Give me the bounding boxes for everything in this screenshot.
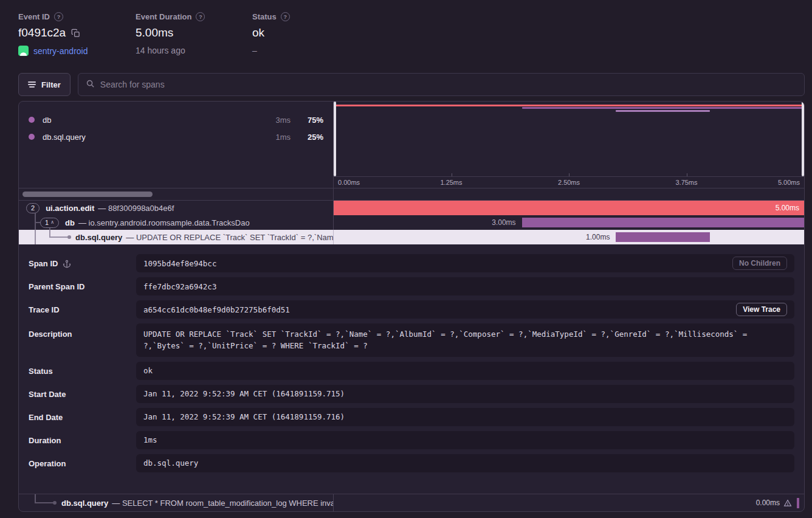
axis-tick-label: 1.25ms <box>440 179 462 186</box>
parent-span-id-value-box: ffe7dbc92a6942c3 <box>136 277 794 295</box>
status-secondary: – <box>252 46 257 55</box>
event-duration-value: 5.00ms <box>136 26 173 40</box>
toolbar: Filter <box>18 73 805 96</box>
minimap-drag-handle-right[interactable] <box>802 102 804 176</box>
status-label: Status <box>252 12 277 21</box>
operation-field-label: Operation <box>29 459 66 468</box>
trace-id-label: Trace ID <box>29 305 60 314</box>
view-trace-button[interactable]: View Trace <box>736 303 787 316</box>
axis-tick-label: 3.75ms <box>675 179 697 186</box>
axis-tick-label: 0.00ms <box>338 179 360 186</box>
filter-button[interactable]: Filter <box>18 73 71 96</box>
axis-tick-label: 5.00ms <box>778 179 800 186</box>
event-id-value: f0491c2a <box>18 26 66 40</box>
span-id-label: Span ID <box>29 259 58 268</box>
span-duration-label: 3.00ms <box>492 218 515 227</box>
trace-minimap[interactable] <box>334 102 804 176</box>
span-row-db-sql-query-selected[interactable]: db.sql.query — UPDATE OR REPLACE `Track`… <box>19 230 804 244</box>
duration-value-box: 1ms <box>136 431 794 449</box>
end-date-label: End Date <box>29 413 63 422</box>
filter-icon <box>28 81 36 88</box>
span-operation: db.sql.query <box>75 233 122 242</box>
leaf-dot <box>53 501 57 505</box>
help-icon[interactable]: ? <box>281 12 290 21</box>
span-duration-label: 5.00ms <box>776 204 799 212</box>
minimap-span-bar <box>616 110 710 112</box>
span-operation: db.sql.query <box>61 499 108 508</box>
span-id-value-box: 1095bd4ef8e94bcc No Children <box>136 254 794 272</box>
start-date-value-box: Jan 11, 2022 9:52:39 AM CET (1641891159.… <box>136 385 794 403</box>
search-icon <box>86 79 95 91</box>
minimap-drag-handle-left[interactable] <box>334 102 336 176</box>
span-description: — UPDATE OR REPLACE `Track` SET `TrackId… <box>126 233 334 242</box>
span-duration-bar[interactable] <box>616 232 710 242</box>
minimap-span-bar <box>522 107 804 109</box>
children-count-pill-expanded[interactable]: 1 ∧ <box>40 218 59 228</box>
end-date-value-box: Jan 11, 2022 9:52:39 AM CET (1641891159.… <box>136 408 794 426</box>
description-value-box: UPDATE OR REPLACE `Track` SET `TrackId` … <box>136 323 794 357</box>
parent-span-id-label: Parent Span ID <box>29 282 84 291</box>
span-description: — 88f300998a0b4e6f <box>98 204 174 213</box>
event-header: Event ID ? f0491c2a sentry-android Event… <box>0 0 812 66</box>
span-row-db-sql-query-select[interactable]: db.sql.query — SELECT * FROM room_table_… <box>19 494 804 511</box>
project-link[interactable]: sentry-android <box>33 46 88 56</box>
start-date-label: Start Date <box>29 390 66 399</box>
status-value-box: ok <box>136 362 794 380</box>
chevron-up-icon: ∧ <box>50 220 54 225</box>
event-id-label: Event ID <box>18 12 50 21</box>
span-duration-label: 1.00ms <box>586 233 610 241</box>
search-box[interactable] <box>78 73 805 96</box>
span-tree-scrollbar-track[interactable] <box>19 188 334 200</box>
search-input[interactable] <box>100 80 797 89</box>
operation-value-box: db.sql.query <box>136 454 794 472</box>
span-detail-section: Span ID 1095bd4ef8e94bcc No Children Par… <box>19 244 804 494</box>
minimap-span-bar <box>334 105 804 106</box>
span-description: — SELECT * FROM room_table_modification_… <box>112 499 334 508</box>
no-children-badge: No Children <box>732 257 787 270</box>
warning-triangle-icon <box>783 499 792 507</box>
duration-field-label: Duration <box>29 436 61 445</box>
legend-item-db-sql-query[interactable]: db.sql.query 1ms 25% <box>29 128 323 145</box>
zero-duration-span-bar[interactable] <box>797 498 799 508</box>
op-color-dot <box>29 134 35 140</box>
status-field-label: Status <box>29 367 53 376</box>
axis-tick-label: 2.50ms <box>558 179 580 186</box>
span-duration-bar[interactable] <box>334 201 804 215</box>
copy-icon[interactable] <box>71 29 80 38</box>
span-duration-label: 0.00ms <box>756 499 780 507</box>
description-label: Description <box>29 330 72 339</box>
children-count-pill[interactable]: 2 <box>26 203 40 213</box>
op-color-dot <box>29 117 35 123</box>
trace-id-value-box: a654cc61dc0b48ef9d0b27275b6f0d51 View Tr… <box>136 300 794 319</box>
event-duration-relative: 14 hours ago <box>136 46 185 55</box>
op-breakdown-legend: db 3ms 75% db.sql.query 1ms 25% <box>19 102 334 188</box>
event-id-label-row: Event ID ? <box>18 12 136 21</box>
event-duration-label: Event Duration <box>136 12 191 21</box>
status-value: ok <box>252 26 264 40</box>
help-icon[interactable]: ? <box>54 12 63 21</box>
span-description: — io.sentry.android.roomsample.data.Trac… <box>78 218 250 227</box>
filter-button-label: Filter <box>41 80 61 89</box>
span-tree-scrollbar-thumb[interactable] <box>22 192 153 197</box>
anchor-icon[interactable] <box>63 260 71 268</box>
span-row-ui-action-edit[interactable]: 2 ui.action.edit — 88f300998a0b4e6f 5.00… <box>19 201 804 215</box>
help-icon[interactable]: ? <box>196 12 205 21</box>
span-operation: ui.action.edit <box>46 204 94 213</box>
time-axis: 0.00ms 1.25ms 2.50ms 3.75ms 5.00ms <box>334 176 804 188</box>
android-platform-icon <box>18 46 29 56</box>
trace-panel: db 3ms 75% db.sql.query 1ms 25% <box>18 101 805 512</box>
span-operation: db <box>65 218 75 227</box>
leaf-dot <box>67 235 71 239</box>
span-duration-bar[interactable] <box>522 218 804 227</box>
span-row-db[interactable]: 1 ∧ db — io.sentry.android.roomsample.da… <box>19 215 804 230</box>
legend-item-db[interactable]: db 3ms 75% <box>29 111 323 128</box>
